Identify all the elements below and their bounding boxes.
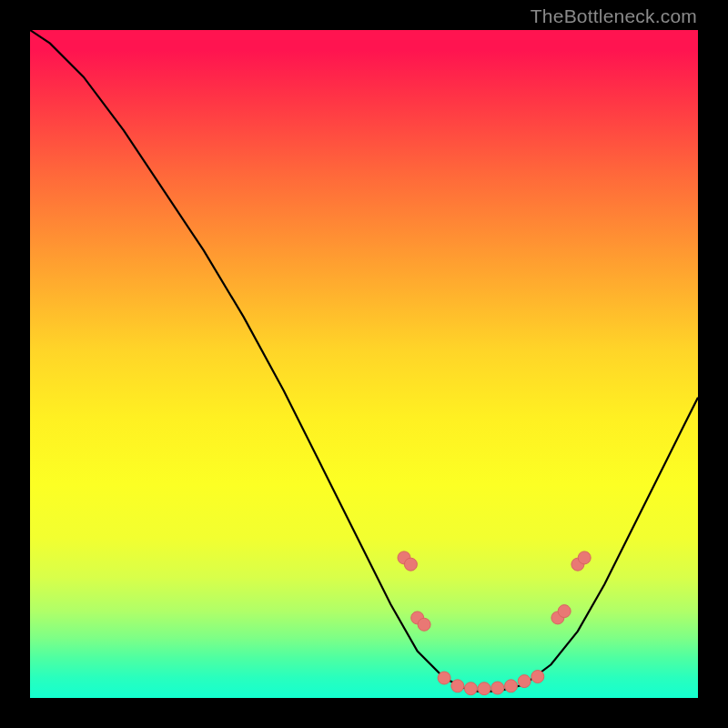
- data-marker: [418, 618, 430, 631]
- data-marker: [558, 605, 571, 618]
- bottleneck-curve: [30, 30, 698, 692]
- data-marker: [438, 672, 450, 684]
- data-marker: [478, 682, 490, 695]
- chart-svg: [30, 30, 698, 698]
- data-marker: [505, 680, 518, 693]
- data-marker: [464, 682, 477, 695]
- data-marker: [518, 675, 531, 688]
- data-marker: [491, 682, 504, 694]
- data-marker: [531, 671, 544, 683]
- chart-plot-area: [30, 30, 698, 698]
- data-marker: [451, 680, 464, 693]
- watermark-text: TheBottleneck.com: [531, 5, 697, 27]
- data-marker: [578, 551, 591, 564]
- data-markers: [398, 551, 591, 695]
- data-marker: [404, 558, 417, 571]
